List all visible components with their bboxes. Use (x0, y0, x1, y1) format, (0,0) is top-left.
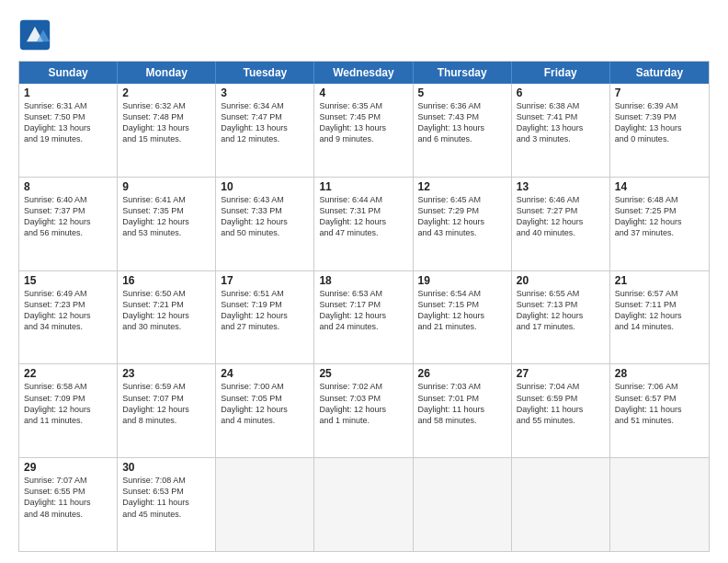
day-of-week-tuesday: Tuesday (216, 62, 314, 84)
calendar-cell: 17Sunrise: 6:51 AMSunset: 7:19 PMDayligh… (216, 271, 314, 364)
day-number: 5 (418, 86, 506, 99)
day-number: 18 (319, 274, 407, 287)
cell-text: Sunrise: 6:44 AMSunset: 7:31 PMDaylight:… (319, 194, 407, 239)
calendar-cell: 12Sunrise: 6:45 AMSunset: 7:29 PMDayligh… (414, 178, 512, 270)
day-number: 14 (615, 180, 704, 193)
calendar-cell: 11Sunrise: 6:44 AMSunset: 7:31 PMDayligh… (314, 178, 413, 270)
calendar-cell: 28Sunrise: 7:06 AMSunset: 6:57 PMDayligh… (610, 364, 709, 457)
calendar-cell: 7Sunrise: 6:39 AMSunset: 7:39 PMDaylight… (610, 84, 709, 177)
cell-text: Sunrise: 7:07 AMSunset: 6:55 PMDaylight:… (24, 475, 112, 520)
day-number: 16 (122, 274, 210, 287)
day-number: 24 (221, 367, 309, 380)
day-of-week-friday: Friday (512, 62, 610, 84)
day-number: 27 (517, 367, 605, 380)
calendar-cell: 2Sunrise: 6:32 AMSunset: 7:48 PMDaylight… (118, 84, 216, 177)
calendar: SundayMondayTuesdayWednesdayThursdayFrid… (18, 61, 710, 552)
calendar-week-1: 1Sunrise: 6:31 AMSunset: 7:50 PMDaylight… (19, 84, 709, 177)
calendar-body: 1Sunrise: 6:31 AMSunset: 7:50 PMDaylight… (19, 84, 709, 551)
calendar-cell: 25Sunrise: 7:02 AMSunset: 7:03 PMDayligh… (314, 364, 413, 457)
calendar-cell (610, 458, 709, 551)
day-of-week-saturday: Saturday (610, 62, 709, 84)
calendar-cell: 5Sunrise: 6:36 AMSunset: 7:43 PMDaylight… (414, 84, 512, 177)
cell-text: Sunrise: 6:49 AMSunset: 7:23 PMDaylight:… (24, 288, 112, 333)
day-number: 12 (418, 180, 506, 193)
calendar-cell: 9Sunrise: 6:41 AMSunset: 7:35 PMDaylight… (118, 178, 216, 270)
cell-text: Sunrise: 6:35 AMSunset: 7:45 PMDaylight:… (319, 100, 407, 145)
day-number: 30 (122, 461, 210, 474)
calendar-cell: 23Sunrise: 6:59 AMSunset: 7:07 PMDayligh… (118, 364, 216, 457)
day-number: 3 (221, 86, 309, 99)
cell-text: Sunrise: 6:57 AMSunset: 7:11 PMDaylight:… (615, 288, 704, 333)
logo-icon (18, 18, 51, 52)
cell-text: Sunrise: 6:54 AMSunset: 7:15 PMDaylight:… (418, 288, 506, 333)
cell-text: Sunrise: 6:34 AMSunset: 7:47 PMDaylight:… (221, 100, 309, 145)
day-number: 10 (221, 180, 309, 193)
calendar-week-4: 22Sunrise: 6:58 AMSunset: 7:09 PMDayligh… (19, 363, 709, 457)
cell-text: Sunrise: 6:53 AMSunset: 7:17 PMDaylight:… (319, 288, 407, 333)
cell-text: Sunrise: 6:51 AMSunset: 7:19 PMDaylight:… (221, 288, 309, 333)
cell-text: Sunrise: 7:03 AMSunset: 7:01 PMDaylight:… (418, 381, 506, 426)
calendar-cell: 4Sunrise: 6:35 AMSunset: 7:45 PMDaylight… (314, 84, 413, 177)
day-number: 11 (319, 180, 407, 193)
calendar-cell: 22Sunrise: 6:58 AMSunset: 7:09 PMDayligh… (19, 364, 118, 457)
cell-text: Sunrise: 6:50 AMSunset: 7:21 PMDaylight:… (122, 288, 210, 333)
cell-text: Sunrise: 7:08 AMSunset: 6:53 PMDaylight:… (122, 475, 210, 520)
cell-text: Sunrise: 6:58 AMSunset: 7:09 PMDaylight:… (24, 381, 112, 426)
calendar-week-2: 8Sunrise: 6:40 AMSunset: 7:37 PMDaylight… (19, 177, 709, 270)
calendar-cell (512, 458, 610, 551)
calendar-week-5: 29Sunrise: 7:07 AMSunset: 6:55 PMDayligh… (19, 457, 709, 551)
calendar-cell: 18Sunrise: 6:53 AMSunset: 7:17 PMDayligh… (314, 271, 413, 364)
day-of-week-thursday: Thursday (414, 62, 512, 84)
cell-text: Sunrise: 6:46 AMSunset: 7:27 PMDaylight:… (517, 194, 605, 239)
day-number: 25 (319, 367, 407, 380)
day-number: 21 (615, 274, 704, 287)
header (18, 15, 710, 52)
calendar-cell: 26Sunrise: 7:03 AMSunset: 7:01 PMDayligh… (414, 364, 512, 457)
calendar-cell: 24Sunrise: 7:00 AMSunset: 7:05 PMDayligh… (216, 364, 314, 457)
cell-text: Sunrise: 6:36 AMSunset: 7:43 PMDaylight:… (418, 100, 506, 145)
day-number: 19 (418, 274, 506, 287)
calendar-cell: 29Sunrise: 7:07 AMSunset: 6:55 PMDayligh… (19, 458, 118, 551)
day-number: 4 (319, 86, 407, 99)
calendar-cell (414, 458, 512, 551)
day-number: 2 (122, 86, 210, 99)
cell-text: Sunrise: 6:43 AMSunset: 7:33 PMDaylight:… (221, 194, 309, 239)
page: SundayMondayTuesdayWednesdayThursdayFrid… (0, 0, 728, 563)
cell-text: Sunrise: 6:40 AMSunset: 7:37 PMDaylight:… (24, 194, 112, 239)
calendar-cell: 16Sunrise: 6:50 AMSunset: 7:21 PMDayligh… (118, 271, 216, 364)
day-number: 7 (615, 86, 704, 99)
calendar-cell: 8Sunrise: 6:40 AMSunset: 7:37 PMDaylight… (19, 178, 118, 270)
cell-text: Sunrise: 6:32 AMSunset: 7:48 PMDaylight:… (122, 100, 210, 145)
calendar-cell (216, 458, 314, 551)
cell-text: Sunrise: 7:06 AMSunset: 6:57 PMDaylight:… (615, 381, 704, 426)
calendar-cell: 20Sunrise: 6:55 AMSunset: 7:13 PMDayligh… (512, 271, 610, 364)
cell-text: Sunrise: 6:39 AMSunset: 7:39 PMDaylight:… (615, 100, 704, 145)
calendar-header: SundayMondayTuesdayWednesdayThursdayFrid… (19, 62, 709, 84)
day-number: 20 (517, 274, 605, 287)
calendar-cell: 14Sunrise: 6:48 AMSunset: 7:25 PMDayligh… (610, 178, 709, 270)
day-number: 8 (24, 180, 112, 193)
calendar-week-3: 15Sunrise: 6:49 AMSunset: 7:23 PMDayligh… (19, 270, 709, 364)
cell-text: Sunrise: 6:38 AMSunset: 7:41 PMDaylight:… (517, 100, 605, 145)
day-of-week-sunday: Sunday (19, 62, 118, 84)
day-number: 15 (24, 274, 112, 287)
day-number: 9 (122, 180, 210, 193)
day-number: 17 (221, 274, 309, 287)
calendar-cell: 1Sunrise: 6:31 AMSunset: 7:50 PMDaylight… (19, 84, 118, 177)
day-number: 1 (24, 86, 112, 99)
calendar-cell: 21Sunrise: 6:57 AMSunset: 7:11 PMDayligh… (610, 271, 709, 364)
calendar-cell: 15Sunrise: 6:49 AMSunset: 7:23 PMDayligh… (19, 271, 118, 364)
logo (18, 18, 55, 52)
calendar-cell: 10Sunrise: 6:43 AMSunset: 7:33 PMDayligh… (216, 178, 314, 270)
cell-text: Sunrise: 7:02 AMSunset: 7:03 PMDaylight:… (319, 381, 407, 426)
calendar-cell: 27Sunrise: 7:04 AMSunset: 6:59 PMDayligh… (512, 364, 610, 457)
cell-text: Sunrise: 7:04 AMSunset: 6:59 PMDaylight:… (517, 381, 605, 426)
cell-text: Sunrise: 6:55 AMSunset: 7:13 PMDaylight:… (517, 288, 605, 333)
day-number: 29 (24, 461, 112, 474)
day-number: 26 (418, 367, 506, 380)
day-of-week-wednesday: Wednesday (314, 62, 413, 84)
cell-text: Sunrise: 7:00 AMSunset: 7:05 PMDaylight:… (221, 381, 309, 426)
cell-text: Sunrise: 6:59 AMSunset: 7:07 PMDaylight:… (122, 381, 210, 426)
cell-text: Sunrise: 6:48 AMSunset: 7:25 PMDaylight:… (615, 194, 704, 239)
calendar-cell: 6Sunrise: 6:38 AMSunset: 7:41 PMDaylight… (512, 84, 610, 177)
